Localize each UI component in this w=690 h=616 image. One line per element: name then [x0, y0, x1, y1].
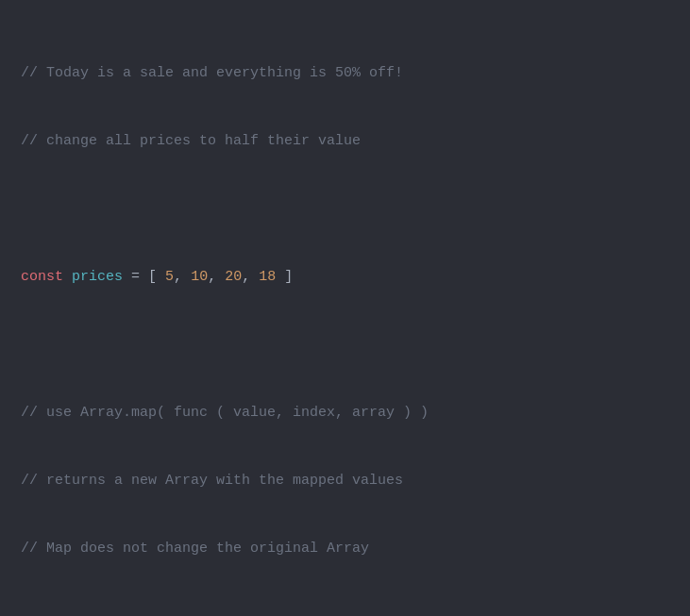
comment-text: // change all prices to half their value	[21, 133, 361, 149]
comment-text: // Today is a sale and everything is 50%…	[21, 65, 403, 81]
line-2: // change all prices to half their value	[21, 130, 669, 153]
line-6: // Map does not change the original Arra…	[21, 538, 669, 560]
var-prices: prices	[72, 269, 123, 285]
line-blank-3	[21, 606, 669, 616]
comment-text: // Map does not change the original Arra…	[21, 541, 369, 557]
comment-text: // use Array.map( func ( value, index, a…	[21, 405, 429, 421]
code-editor: // Today is a sale and everything is 50%…	[21, 17, 669, 616]
keyword-const: const	[21, 269, 63, 285]
line-5: // returns a new Array with the mapped v…	[21, 470, 669, 492]
comment-text: // returns a new Array with the mapped v…	[21, 473, 403, 489]
line-blank-2	[21, 334, 669, 357]
line-3: const prices = [ 5, 10, 20, 18 ]	[21, 266, 669, 289]
line-1: // Today is a sale and everything is 50%…	[21, 62, 669, 85]
line-4: // use Array.map( func ( value, index, a…	[21, 402, 669, 425]
line-blank-1	[21, 198, 669, 221]
